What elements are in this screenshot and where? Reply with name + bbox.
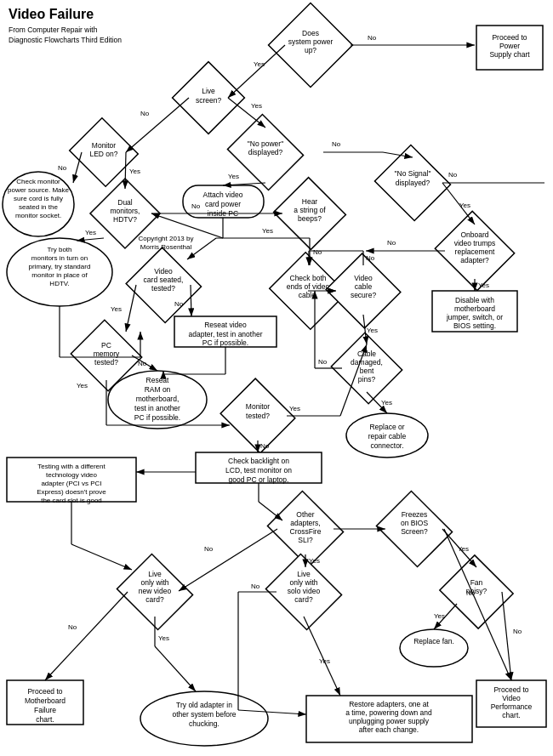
svg-text:No: No: [140, 110, 150, 117]
svg-rect-71: [71, 320, 141, 390]
svg-text:Yes: Yes: [434, 612, 445, 620]
svg-text:No: No: [58, 164, 67, 172]
svg-text:No: No: [332, 140, 341, 148]
svg-text:beeps?: beeps?: [298, 214, 322, 223]
svg-text:on BIOS: on BIOS: [401, 519, 428, 527]
svg-rect-103: [267, 491, 343, 566]
svg-text:after each change.: after each change.: [359, 725, 419, 734]
svg-text:good PC or laptop.: good PC or laptop.: [229, 475, 289, 484]
svg-text:jumper, switch, or: jumper, switch, or: [446, 313, 503, 321]
svg-text:Yes: Yes: [254, 60, 265, 68]
svg-text:replacement: replacement: [455, 247, 495, 256]
svg-text:only with: only with: [289, 578, 317, 587]
svg-text:Try both: Try both: [47, 246, 71, 253]
svg-text:Proceed to: Proceed to: [493, 685, 528, 694]
svg-text:inside PC: inside PC: [208, 209, 238, 218]
svg-text:No: No: [313, 248, 322, 256]
svg-text:Yes: Yes: [85, 229, 96, 236]
svg-text:Check both: Check both: [290, 274, 327, 282]
svg-rect-122: [440, 555, 513, 628]
svg-rect-136: [306, 696, 472, 742]
svg-text:ends of video: ends of video: [287, 282, 330, 291]
svg-line-235: [434, 604, 457, 629]
svg-text:Disable with: Disable with: [455, 296, 494, 304]
svg-text:the card slot is good: the card slot is good: [41, 497, 102, 504]
svg-rect-45: [435, 211, 514, 290]
svg-text:Check monitor: Check monitor: [16, 178, 60, 185]
svg-text:system power: system power: [288, 37, 334, 46]
svg-text:"No Signal": "No Signal": [395, 169, 431, 178]
svg-rect-93: [196, 452, 322, 483]
svg-text:No: No: [174, 300, 184, 308]
svg-text:Video: Video: [502, 694, 521, 702]
svg-text:No: No: [251, 583, 260, 590]
svg-text:Motherboard: Motherboard: [25, 696, 66, 705]
svg-text:cable.: cable.: [299, 291, 318, 299]
svg-text:Yes: Yes: [309, 557, 320, 565]
svg-line-231: [238, 710, 306, 714]
svg-text:No: No: [448, 171, 458, 179]
svg-text:memory: memory: [94, 350, 120, 358]
svg-text:HDTV?: HDTV?: [113, 215, 137, 224]
svg-line-233: [304, 617, 340, 696]
svg-text:damaged,: damaged,: [351, 358, 383, 367]
svg-text:monitors in turn on: monitors in turn on: [31, 254, 88, 262]
svg-text:technology video: technology video: [46, 471, 98, 479]
svg-line-215: [179, 529, 277, 591]
svg-text:Proceed to: Proceed to: [27, 687, 62, 696]
svg-text:tested?: tested?: [246, 412, 270, 420]
svg-line-167: [77, 238, 104, 241]
svg-text:Yes: Yes: [459, 202, 470, 209]
page-title: Video Failure: [9, 7, 94, 22]
svg-rect-24: [183, 185, 264, 218]
svg-text:Yes: Yes: [262, 227, 273, 235]
svg-rect-84: [331, 333, 402, 403]
svg-line-156: [73, 152, 82, 183]
svg-text:Onboard: Onboard: [460, 230, 488, 239]
svg-text:No: No: [204, 545, 214, 553]
svg-text:No: No: [260, 442, 270, 450]
svg-text:a string of: a string of: [294, 206, 326, 214]
svg-text:No: No: [368, 34, 377, 42]
svg-text:connector.: connector.: [370, 441, 403, 450]
svg-text:cable: cable: [355, 282, 373, 291]
svg-text:SLI?: SLI?: [298, 536, 313, 544]
svg-text:chart.: chart.: [36, 715, 54, 724]
svg-rect-5: [476, 26, 543, 70]
svg-line-219: [442, 529, 476, 567]
svg-text:adapter (PCI vs PCI: adapter (PCI vs PCI: [41, 480, 101, 487]
svg-text:Yes: Yes: [158, 634, 169, 642]
svg-rect-28: [90, 179, 160, 248]
svg-rect-55: [126, 247, 201, 322]
svg-text:HDTV.: HDTV.: [49, 280, 69, 287]
svg-text:Freezes: Freezes: [402, 510, 428, 519]
svg-text:Yes: Yes: [111, 305, 122, 313]
svg-text:noisy?: noisy?: [466, 587, 487, 595]
svg-text:Yes: Yes: [319, 657, 330, 665]
svg-text:video trumps: video trumps: [454, 239, 496, 247]
svg-line-237: [502, 592, 511, 680]
svg-text:PC if possible.: PC if possible.: [134, 413, 180, 422]
svg-text:displayed?: displayed?: [248, 148, 283, 156]
svg-text:new video: new video: [139, 587, 172, 595]
svg-text:unplugging power supply: unplugging power supply: [349, 717, 430, 725]
svg-text:Monitor: Monitor: [246, 402, 271, 411]
svg-text:up?: up?: [305, 46, 316, 54]
svg-text:Replace fan.: Replace fan.: [413, 637, 454, 645]
svg-text:No: No: [318, 358, 328, 366]
svg-text:Cable: Cable: [357, 350, 376, 358]
svg-text:Copyright 2013 by: Copyright 2013 by: [139, 235, 194, 242]
svg-point-32: [7, 238, 112, 306]
svg-rect-12: [70, 118, 139, 187]
svg-text:displayed?: displayed?: [396, 179, 430, 187]
svg-rect-63: [270, 253, 347, 330]
svg-text:Check backlight on: Check backlight on: [228, 457, 289, 465]
svg-rect-108: [376, 491, 452, 566]
svg-text:seated in the: seated in the: [19, 203, 58, 211]
svg-rect-81: [220, 378, 295, 453]
svg-text:No: No: [387, 239, 396, 247]
svg-text:a time, powering down and: a time, powering down and: [345, 708, 432, 717]
svg-text:PC if possible.: PC if possible.: [202, 338, 248, 347]
svg-text:card power: card power: [205, 200, 241, 208]
svg-line-148: [228, 45, 285, 98]
